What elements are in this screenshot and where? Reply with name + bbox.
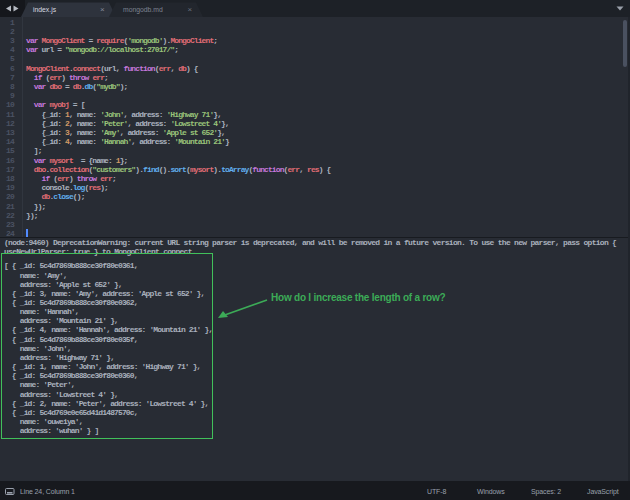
svg-text:index.js: index.js	[33, 6, 57, 14]
svg-text:×: ×	[188, 5, 193, 14]
svg-text:mongodb.md: mongodb.md	[123, 6, 163, 14]
svg-text:×: ×	[100, 5, 105, 14]
